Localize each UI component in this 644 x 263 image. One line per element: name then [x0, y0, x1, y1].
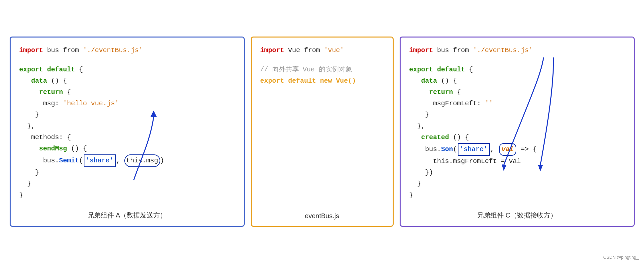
line-sendmsg: sendMsg () { [19, 143, 235, 154]
fn-sendmsg: sendMsg [39, 145, 67, 152]
panel-b-label: eventBus.js [260, 208, 384, 220]
line-msg: msg: 'hello vue.js' [19, 98, 235, 109]
highlight-share-c: 'share' [458, 143, 490, 156]
line-close-c4: } [409, 178, 625, 190]
line-return: return { [19, 87, 235, 98]
fn-data-c: data [421, 77, 437, 85]
str-empty: '' [485, 100, 493, 107]
panel-a: import bus from './eventBus.js' export d… [10, 37, 245, 227]
line-import: import bus from './eventBus.js' [19, 45, 235, 56]
kw-return: return [39, 88, 63, 96]
line-close-c2: }, [409, 121, 625, 132]
line-created: created () { [409, 132, 625, 143]
kw-import-c: import [409, 46, 433, 54]
blank-line-c1 [409, 56, 625, 64]
highlight-val: val [499, 143, 516, 156]
fn-created: created [421, 133, 449, 141]
highlight-share-a: 'share' [84, 154, 116, 167]
panel-b: import Vue from 'vue' // 向外共享 Vue 的实例对象 … [251, 37, 394, 227]
comment-text: // 向外共享 Vue 的实例对象 [260, 66, 352, 73]
line-import-c: import bus from './eventBus.js' [409, 45, 625, 56]
kw-methods: methods: { [31, 133, 71, 141]
line-close4: } [19, 178, 235, 190]
line-export-c: export default { [409, 64, 625, 75]
line-msgfromleft: msgFromLeft: '' [409, 98, 625, 109]
main-container: import bus from './eventBus.js' export d… [10, 37, 635, 227]
fn-emit: $emit [59, 157, 79, 164]
line-export-default: export default { [19, 64, 235, 75]
line-import-vue: import Vue from 'vue' [260, 45, 384, 56]
line-return-c: return { [409, 87, 625, 98]
str-vue: 'vue' [324, 46, 344, 54]
str-eventbus-c: './eventBus.js' [473, 46, 533, 54]
line-methods: methods: { [19, 132, 235, 143]
str-hello: 'hello vue.js' [63, 100, 119, 107]
str-eventbus-a: './eventBus.js' [83, 46, 143, 54]
line-export-new-vue: export default new Vue() [260, 75, 384, 87]
panel-c: import bus from './eventBus.js' export d… [400, 37, 635, 227]
line-close-c3: }) [409, 167, 625, 178]
line-close-c1: } [409, 109, 625, 121]
line-comment: // 向外共享 Vue 的实例对象 [260, 64, 384, 75]
code-block-a: import bus from './eventBus.js' export d… [19, 45, 235, 201]
line-data-c: data () { [409, 75, 625, 87]
kw-export-c: export default [409, 66, 465, 73]
watermark: CSDN @pingting_ [603, 255, 639, 260]
line-emit: bus.$emit('share', this.msg) [19, 154, 235, 167]
kw-export: export default [19, 66, 75, 73]
panel-c-label: 兄弟组件 C（数据接收方） [409, 207, 625, 220]
line-close5: } [19, 190, 235, 201]
kw-return-c: return [429, 88, 453, 96]
line-close2: }, [19, 121, 235, 132]
blank-line-1 [19, 56, 235, 64]
blank-line-b [260, 56, 384, 64]
line-bus-on: bus.$on('share', val => { [409, 143, 625, 156]
line-close3: } [19, 167, 235, 178]
line-assign-c: this.msgFromLeft = val [409, 156, 625, 167]
line-close-c5: } [409, 190, 625, 201]
line-close1: } [19, 109, 235, 121]
fn-on: $on [441, 145, 453, 153]
kw-export-new: export default new Vue() [260, 77, 356, 85]
this-msg: this.msg [124, 154, 160, 167]
panel-a-label: 兄弟组件 A（数据发送方） [19, 207, 235, 220]
kw-import: import [19, 46, 43, 54]
kw-import-vue: import [260, 46, 284, 54]
code-block-b: import Vue from 'vue' // 向外共享 Vue 的实例对象 … [260, 45, 384, 202]
code-block-c: import bus from './eventBus.js' export d… [409, 45, 625, 201]
fn-data: data [31, 77, 47, 85]
line-data: data () { [19, 75, 235, 87]
